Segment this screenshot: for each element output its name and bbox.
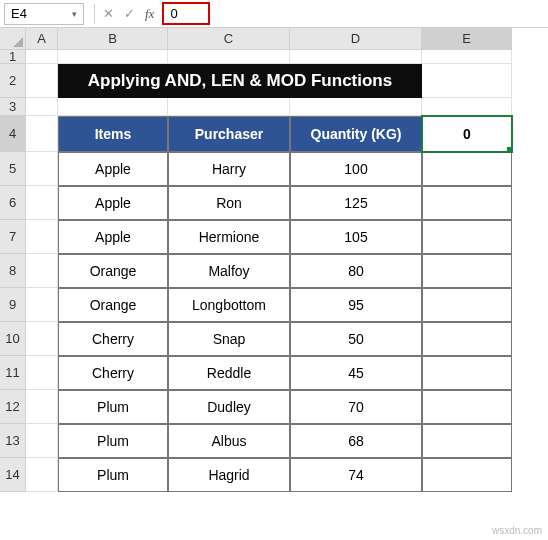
cell[interactable] [26,220,58,254]
table-cell[interactable]: Hermione [168,220,290,254]
title-cell[interactable]: Applying AND, LEN & MOD Functions [58,64,422,98]
cell[interactable] [26,458,58,492]
row-header[interactable]: 9 [0,288,26,322]
highlight-box [162,2,210,25]
table-cell[interactable] [422,254,512,288]
watermark: wsxdn.com [492,525,542,536]
table-cell[interactable]: 125 [290,186,422,220]
row-header[interactable]: 2 [0,64,26,98]
cell[interactable] [26,322,58,356]
name-box[interactable]: E4 ▾ [4,3,84,25]
table-cell[interactable]: 100 [290,152,422,186]
table-cell[interactable]: Reddle [168,356,290,390]
cell[interactable] [26,186,58,220]
cell[interactable] [26,356,58,390]
cell[interactable] [422,98,512,116]
table-cell[interactable]: 45 [290,356,422,390]
table-cell[interactable] [422,322,512,356]
table-cell[interactable]: Plum [58,390,168,424]
col-header[interactable]: D [290,28,422,50]
cell[interactable] [26,152,58,186]
table-header-purchaser[interactable]: Purchaser [168,116,290,152]
row-header[interactable]: 12 [0,390,26,424]
table-cell[interactable]: Apple [58,220,168,254]
cell[interactable] [26,254,58,288]
cell[interactable] [26,98,58,116]
row-header[interactable]: 6 [0,186,26,220]
row-header[interactable]: 3 [0,98,26,116]
col-header[interactable]: B [58,28,168,50]
table-cell[interactable]: Orange [58,288,168,322]
cell[interactable] [26,50,58,64]
table-cell[interactable]: Cherry [58,322,168,356]
row-header[interactable]: 13 [0,424,26,458]
table-cell[interactable] [422,220,512,254]
spreadsheet-grid[interactable]: 1 2 3 4 5 6 7 8 9 10 11 12 13 14 A B C [0,28,548,540]
table-header-quantity[interactable]: Quantity (KG) [290,116,422,152]
formula-input[interactable] [166,4,206,23]
table-cell[interactable]: Plum [58,424,168,458]
table-cell[interactable]: Hagrid [168,458,290,492]
row-header[interactable]: 1 [0,50,26,64]
cell[interactable] [26,64,58,98]
formula-bar: E4 ▾ ✕ ✓ fx [0,0,548,28]
cell[interactable] [168,98,290,116]
cell[interactable] [290,50,422,64]
table-cell[interactable] [422,458,512,492]
row-header[interactable]: 4 [0,116,26,152]
row-header[interactable]: 8 [0,254,26,288]
table-cell[interactable] [422,288,512,322]
table-cell[interactable]: 80 [290,254,422,288]
row-header[interactable]: 7 [0,220,26,254]
column-headers: A B C D E [26,28,512,50]
row-header[interactable]: 5 [0,152,26,186]
chevron-down-icon[interactable]: ▾ [72,9,77,19]
table-cell[interactable] [422,424,512,458]
table-cell[interactable] [422,356,512,390]
table-cell[interactable]: Orange [58,254,168,288]
selected-cell[interactable]: 0 [422,116,512,152]
confirm-icon[interactable]: ✓ [124,6,135,21]
select-all-corner[interactable] [0,28,26,50]
table-cell[interactable]: 95 [290,288,422,322]
table-cell[interactable]: 50 [290,322,422,356]
table-cell[interactable]: Apple [58,186,168,220]
row-header[interactable]: 10 [0,322,26,356]
table-cell[interactable]: Plum [58,458,168,492]
cell[interactable] [26,288,58,322]
cell[interactable] [422,64,512,98]
table-cell[interactable] [422,186,512,220]
table-cell[interactable]: 105 [290,220,422,254]
table-cell[interactable]: Snap [168,322,290,356]
cell[interactable] [26,390,58,424]
cells-area: Applying AND, LEN & MOD Functions Items [26,50,512,492]
col-header[interactable]: A [26,28,58,50]
row-header[interactable]: 14 [0,458,26,492]
cell[interactable] [290,98,422,116]
cell[interactable] [26,424,58,458]
table-header-items[interactable]: Items [58,116,168,152]
cancel-icon[interactable]: ✕ [103,6,114,21]
cell[interactable] [58,98,168,116]
table-cell[interactable]: Malfoy [168,254,290,288]
table-cell[interactable]: Albus [168,424,290,458]
row-header[interactable]: 11 [0,356,26,390]
table-cell[interactable]: Harry [168,152,290,186]
table-cell[interactable] [422,152,512,186]
col-header[interactable]: E [422,28,512,50]
fx-icon[interactable]: fx [145,6,154,22]
table-cell[interactable] [422,390,512,424]
table-cell[interactable]: Apple [58,152,168,186]
cell[interactable] [422,50,512,64]
table-cell[interactable]: Cherry [58,356,168,390]
table-cell[interactable]: Dudley [168,390,290,424]
cell[interactable] [26,116,58,152]
table-cell[interactable]: 70 [290,390,422,424]
table-cell[interactable]: Longbottom [168,288,290,322]
cell[interactable] [168,50,290,64]
table-cell[interactable]: 74 [290,458,422,492]
table-cell[interactable]: Ron [168,186,290,220]
table-cell[interactable]: 68 [290,424,422,458]
cell[interactable] [58,50,168,64]
col-header[interactable]: C [168,28,290,50]
